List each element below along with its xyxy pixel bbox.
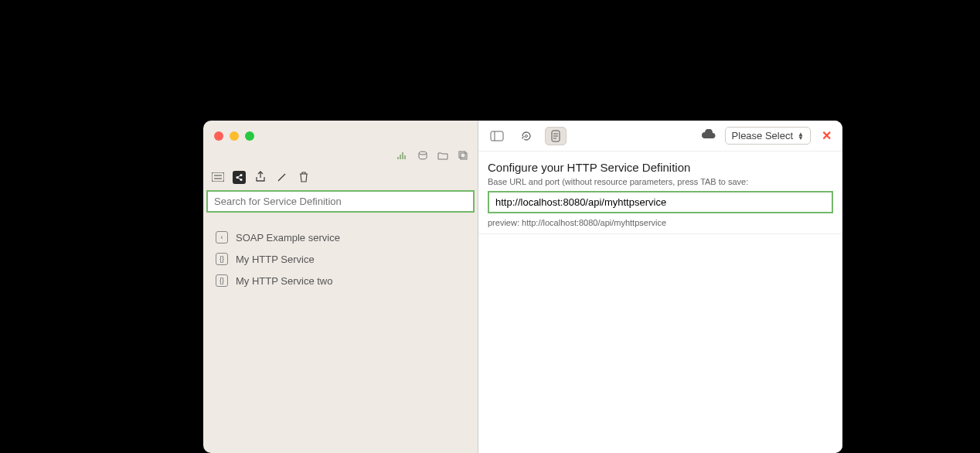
cloud-icon[interactable] xyxy=(700,129,717,142)
config-area: Configure your HTTP Service Definition B… xyxy=(478,152,842,244)
edit-icon[interactable] xyxy=(275,170,289,184)
divider xyxy=(478,233,842,234)
close-panel-button[interactable]: ✕ xyxy=(818,128,835,143)
window-minimize-button[interactable] xyxy=(230,131,239,141)
select-label: Please Select xyxy=(732,130,794,141)
service-item-label: My HTTP Service two xyxy=(236,275,332,287)
svg-rect-9 xyxy=(212,172,224,182)
window-maximize-button[interactable] xyxy=(245,131,254,141)
service-item-http-2[interactable]: {} My HTTP Service two xyxy=(211,273,470,288)
svg-rect-17 xyxy=(491,131,503,141)
document-icon[interactable] xyxy=(545,127,567,145)
window-close-button[interactable] xyxy=(214,131,223,141)
export-icon[interactable] xyxy=(254,170,267,184)
service-item-label: My HTTP Service xyxy=(236,254,315,265)
http-service-icon: {} xyxy=(216,274,228,287)
app-window: ‹ SOAP Example service {} My HTTP Servic… xyxy=(203,121,842,453)
sidebar-toggle-icon[interactable] xyxy=(486,127,508,145)
delete-icon[interactable] xyxy=(297,170,311,184)
list-view-icon[interactable] xyxy=(211,170,225,184)
soap-service-icon: ‹ xyxy=(216,231,228,244)
config-title: Configure your HTTP Service Definition xyxy=(488,161,833,174)
left-panel: ‹ SOAP Example service {} My HTTP Servic… xyxy=(203,121,478,453)
base-url-input[interactable] xyxy=(488,191,833,213)
service-item-label: SOAP Example service xyxy=(236,232,340,244)
select-dropdown[interactable]: Please Select ▲▼ xyxy=(725,127,811,145)
right-panel: Please Select ▲▼ ✕ Configure your HTTP S… xyxy=(478,121,842,453)
svg-rect-7 xyxy=(459,152,465,158)
service-list: ‹ SOAP Example service {} My HTTP Servic… xyxy=(203,213,478,305)
search-row xyxy=(203,190,478,213)
window-controls xyxy=(203,121,478,148)
left-header-icons xyxy=(203,148,478,167)
search-input[interactable] xyxy=(206,190,475,213)
disk-icon[interactable] xyxy=(416,148,430,162)
svg-rect-8 xyxy=(461,153,467,159)
service-item-soap[interactable]: ‹ SOAP Example service xyxy=(211,230,470,245)
sidebar-toolbar xyxy=(203,167,478,190)
folder-icon[interactable] xyxy=(436,148,450,162)
config-subtitle: Base URL and port (without resource para… xyxy=(488,177,833,186)
http-service-icon: {} xyxy=(216,253,228,265)
signal-icon[interactable] xyxy=(396,148,410,162)
preview-text: preview: http://localhost:8080/api/myhtt… xyxy=(488,218,833,227)
chevron-updown-icon: ▲▼ xyxy=(798,132,804,140)
svg-line-16 xyxy=(237,177,241,179)
svg-point-19 xyxy=(526,135,528,137)
svg-point-6 xyxy=(419,152,427,155)
stack-icon[interactable] xyxy=(456,148,470,162)
service-item-http-1[interactable]: {} My HTTP Service xyxy=(211,251,470,267)
right-toolbar: Please Select ▲▼ ✕ xyxy=(478,121,842,152)
svg-line-15 xyxy=(237,175,241,177)
share-icon[interactable] xyxy=(233,171,246,184)
refresh-icon[interactable] xyxy=(516,127,537,145)
